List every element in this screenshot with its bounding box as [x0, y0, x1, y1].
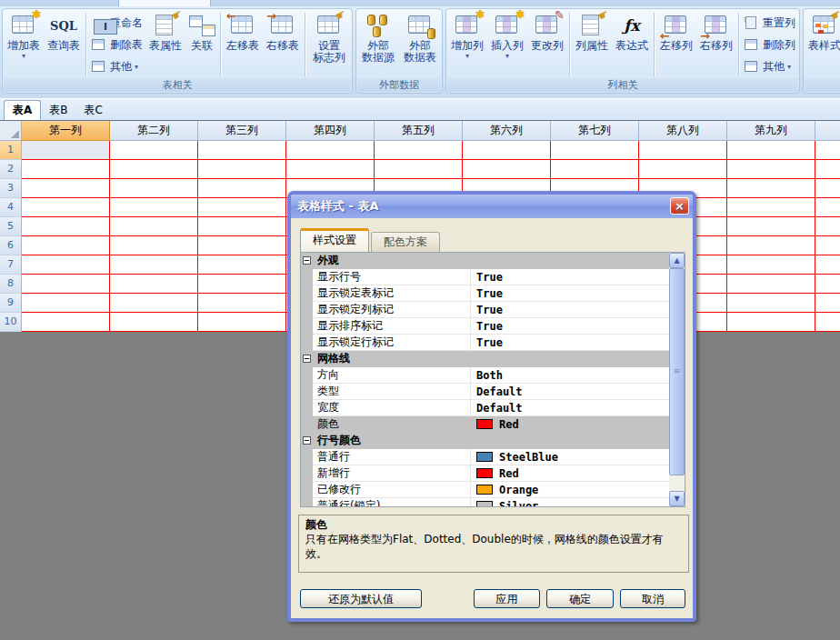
collapse-icon[interactable]	[303, 355, 311, 363]
dialog-tab-2[interactable]: 配色方案	[371, 232, 440, 252]
delete-column-button[interactable]: ×删除列	[741, 34, 798, 55]
table-cell[interactable]	[110, 179, 198, 198]
row-number[interactable]: 8	[0, 275, 22, 294]
select-all-corner[interactable]	[0, 121, 22, 141]
table-cell[interactable]	[110, 198, 198, 217]
table-cell[interactable]	[110, 160, 198, 179]
property-row[interactable]: 类型Default	[301, 384, 669, 400]
property-value[interactable]: True	[471, 302, 669, 318]
property-row[interactable]: 显示排序标记True	[301, 318, 669, 335]
table-cell[interactable]	[727, 275, 815, 294]
property-row[interactable]: 新增行Red	[301, 465, 669, 482]
property-value[interactable]: Red	[471, 416, 669, 433]
table-relation-button[interactable]: 关联	[185, 10, 218, 52]
property-row[interactable]: 方向Both	[301, 367, 669, 384]
scrollbar-thumb[interactable]: ≡	[669, 268, 685, 475]
property-row[interactable]: 颜色Red	[301, 416, 669, 433]
row-number[interactable]: 2	[0, 160, 22, 179]
property-row[interactable]: 宽度Default	[301, 400, 669, 416]
table-cell[interactable]	[22, 255, 110, 275]
table-cell[interactable]	[22, 160, 110, 179]
table-cell[interactable]	[375, 141, 463, 160]
property-category[interactable]: 行号颜色	[301, 433, 669, 449]
cancel-button[interactable]: 取消	[620, 589, 685, 608]
table-cell[interactable]	[727, 160, 815, 179]
column-header[interactable]: 第四列	[286, 121, 375, 141]
table-cell[interactable]	[375, 160, 463, 179]
restore-button[interactable]: 还原为默认值	[300, 589, 422, 608]
table-cell[interactable]	[198, 179, 286, 198]
table-cell[interactable]	[198, 236, 286, 255]
table-cell[interactable]	[110, 217, 198, 236]
add-table-button[interactable]: ✱增加表▾	[4, 10, 44, 59]
column-header[interactable]: 第六列	[463, 121, 551, 141]
set-flag-column-button[interactable]: ☛设置 标志列	[307, 10, 351, 64]
table-cell[interactable]	[727, 217, 815, 236]
table-cell[interactable]	[198, 160, 286, 179]
table-cell[interactable]	[110, 236, 198, 255]
table-cell[interactable]	[22, 294, 110, 313]
table-cell[interactable]	[463, 141, 551, 160]
table-cell[interactable]	[22, 275, 110, 294]
property-row[interactable]: 已修改行Orange	[301, 482, 669, 498]
table-cell[interactable]	[198, 255, 286, 275]
external-data-source-button[interactable]: 外部 数据源	[357, 10, 399, 64]
row-number[interactable]: 10	[0, 313, 22, 332]
column-properties-button[interactable]: ☛列属性	[572, 10, 612, 52]
scroll-up-icon[interactable]: ▲	[669, 253, 685, 268]
table-cell[interactable]	[110, 313, 198, 332]
table-cell[interactable]	[110, 255, 198, 275]
table-cell[interactable]	[727, 313, 815, 332]
add-column-button[interactable]: ✱增加列▾	[447, 10, 487, 59]
table-cell[interactable]	[22, 179, 110, 198]
row-number[interactable]: 3	[0, 179, 22, 198]
property-category[interactable]: 外观	[301, 253, 669, 269]
collapse-icon[interactable]	[303, 256, 311, 265]
property-value[interactable]: True	[471, 335, 669, 351]
property-value[interactable]: Default	[471, 400, 669, 416]
apply-button[interactable]: 应用	[474, 589, 540, 608]
collapse-icon[interactable]	[303, 436, 311, 445]
sheet-tab-2[interactable]: 表B	[41, 101, 75, 120]
table-cell[interactable]	[22, 217, 110, 236]
property-row[interactable]: 显示锁定表标记True	[301, 285, 669, 302]
row-number[interactable]: 7	[0, 255, 22, 275]
table-cell[interactable]	[198, 275, 286, 294]
property-row[interactable]: 普通行SteelBlue	[301, 449, 669, 465]
table-cell[interactable]	[639, 160, 727, 179]
close-button[interactable]: ×	[670, 197, 689, 215]
table-cell[interactable]	[22, 236, 110, 255]
table-cell[interactable]	[286, 160, 375, 179]
column-header[interactable]: 第一列	[22, 121, 110, 141]
table-properties-button[interactable]: ☛表属性	[145, 10, 185, 52]
scroll-down-icon[interactable]: ▼	[669, 491, 685, 506]
table-cell[interactable]	[110, 275, 198, 294]
sheet-tab-3[interactable]: 表C	[76, 101, 111, 120]
property-category[interactable]: 网格线	[301, 351, 669, 367]
table-cell[interactable]	[727, 294, 815, 313]
query-table-button[interactable]: SQL查询表	[44, 10, 84, 52]
expression-button[interactable]: ƒx表达式	[612, 10, 652, 52]
column-header[interactable]: 第二列	[110, 121, 198, 141]
move-table-right-button[interactable]: →右移表	[263, 10, 303, 52]
property-row[interactable]: 显示锁定列标记True	[301, 302, 669, 318]
table-cell[interactable]	[551, 141, 639, 160]
table-cell[interactable]	[727, 236, 815, 255]
table-cell[interactable]	[639, 141, 727, 160]
external-data-table-button[interactable]: 外部 数据表	[399, 10, 441, 64]
table-cell[interactable]	[727, 255, 815, 275]
table-more-button[interactable]: 其他▾	[88, 55, 145, 77]
property-value[interactable]: Both	[471, 367, 669, 384]
move-column-right-button[interactable]: →右移列	[696, 10, 736, 52]
property-value[interactable]: True	[471, 318, 669, 335]
property-value[interactable]: Silver	[471, 498, 669, 506]
property-value[interactable]: Orange	[471, 482, 669, 498]
column-header[interactable]: 第七列	[551, 121, 639, 141]
sheet-tab-1[interactable]: 表A	[4, 100, 41, 120]
table-cell[interactable]	[727, 141, 815, 160]
property-row[interactable]: 普通行(锁定)Silver	[301, 498, 669, 506]
column-header[interactable]: 第三列	[198, 121, 286, 141]
move-column-left-button[interactable]: ←左移列	[656, 10, 696, 52]
table-cell[interactable]	[110, 141, 198, 160]
dialog-tab-1[interactable]: 样式设置	[300, 228, 369, 252]
